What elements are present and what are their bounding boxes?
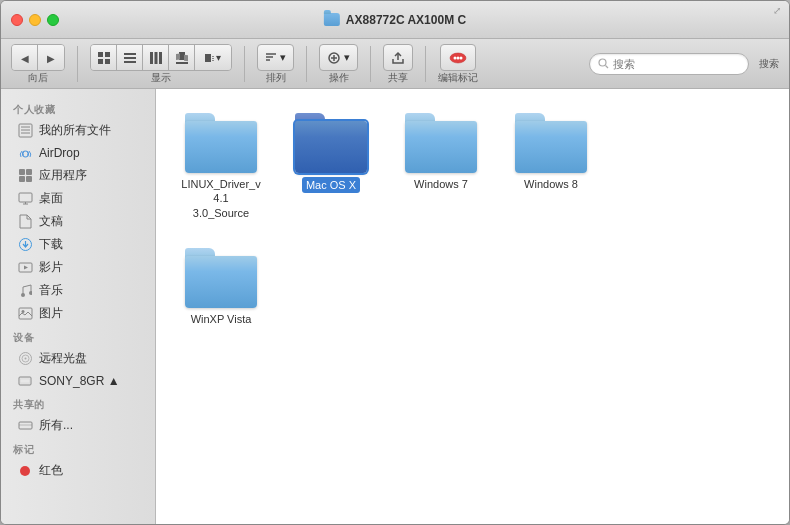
file-label-macosx: Mac OS X [302,177,360,193]
icon-view-button[interactable] [91,45,117,70]
sidebar-item-red-tag[interactable]: 红色 [5,459,151,482]
sidebar-item-remote-disk[interactable]: 远程光盘 [5,347,151,370]
svg-point-50 [24,358,26,360]
sidebar-item-documents[interactable]: 文稿 [5,210,151,233]
red-tag-icon [17,463,33,479]
devices-header: 设备 [1,325,155,347]
separator-3 [306,46,307,82]
sidebar-item-apps[interactable]: 应用程序 [5,164,151,187]
sidebar-label-airdrop: AirDrop [39,146,80,160]
sidebar-item-all-files[interactable]: 我的所有文件 [5,119,151,142]
sidebar-item-music[interactable]: 音乐 [5,279,151,302]
traffic-lights [11,14,59,26]
file-label-winxp: WinXP Vista [191,312,252,326]
arrange-button[interactable]: ▾ [195,45,231,70]
svg-point-44 [21,293,25,297]
window-title: AX88772C AX100M C [346,13,466,27]
sidebar-item-desktop[interactable]: 桌面 [5,187,151,210]
file-item-winxp[interactable]: WinXP Vista [176,244,266,330]
edit-tag-label: 编辑标记 [438,71,478,85]
separator-5 [425,46,426,82]
sort-button[interactable]: ▾ [257,44,294,71]
back-label: 向后 [28,71,48,85]
sidebar-label-all-files: 我的所有文件 [39,122,111,139]
svg-rect-36 [26,169,32,175]
svg-rect-3 [105,59,110,64]
sidebar-item-pictures[interactable]: 图片 [5,302,151,325]
folder-icon-linux [185,113,257,173]
back-button[interactable]: ◀ [12,45,38,71]
display-section: ▾ 显示 [90,39,232,88]
toolbar: ◀ ▶ 向后 ▾ [1,39,789,89]
airdrop-icon [17,145,33,161]
edit-tag-section: 编辑标记 [438,39,478,88]
svg-rect-1 [105,52,110,57]
close-button[interactable] [11,14,23,26]
sidebar-label-documents: 文稿 [39,213,63,230]
search-label: 搜索 [759,57,779,71]
svg-rect-15 [212,56,214,57]
svg-rect-35 [19,169,25,175]
file-item-linux-driver[interactable]: LINUX_Driver_v4.13.0_Source [176,109,266,224]
tags-header: 标记 [1,437,155,459]
file-item-windows7[interactable]: Windows 7 [396,109,486,224]
svg-rect-37 [19,176,25,182]
coverflow-view-button[interactable] [169,45,195,70]
maximize-button[interactable] [47,14,59,26]
desktop-icon [17,191,33,207]
sidebar-item-movies[interactable]: 影片 [5,256,151,279]
svg-rect-16 [212,58,214,59]
sidebar-item-downloads[interactable]: 下载 [5,233,151,256]
apps-icon [17,168,33,184]
display-label: 显示 [151,71,171,85]
remote-disk-icon [17,351,33,367]
zoom-icon[interactable]: ⤢ [773,5,781,16]
separator-2 [244,46,245,82]
file-label-windows8: Windows 8 [524,177,578,191]
list-view-button[interactable] [117,45,143,70]
file-label-windows7: Windows 7 [414,177,468,191]
forward-button[interactable]: ▶ [38,45,64,71]
folder-icon-winxp [185,248,257,308]
search-input[interactable] [613,58,740,70]
svg-rect-12 [184,54,188,60]
action-button[interactable]: ▾ [319,44,358,71]
file-item-windows8[interactable]: Windows 8 [506,109,596,224]
pictures-icon [17,306,33,322]
file-item-macosx[interactable]: Mac OS X [286,109,376,224]
svg-rect-38 [26,176,32,182]
sidebar-item-airdrop[interactable]: AirDrop [5,142,151,164]
shared-header: 共享的 [1,392,155,414]
svg-point-28 [599,59,606,66]
share-section: 共享 [383,39,413,88]
search-box [589,53,749,75]
title-bar: AX88772C AX100M C ⤢ [1,1,789,39]
movies-icon [17,260,33,276]
svg-rect-14 [205,54,211,62]
sidebar-item-sony[interactable]: SONY_8GR ▲ [5,370,151,392]
sidebar-item-shared-all[interactable]: 所有... [5,414,151,437]
svg-point-27 [460,56,463,59]
column-view-button[interactable] [143,45,169,70]
svg-rect-6 [124,61,136,63]
sidebar-label-desktop: 桌面 [39,190,63,207]
svg-rect-13 [176,62,188,64]
svg-rect-17 [212,60,214,61]
separator-1 [77,46,78,82]
sidebar-label-apps: 应用程序 [39,167,87,184]
edit-tag-button[interactable] [440,44,476,71]
sony-drive-icon [17,373,33,389]
personal-header: 个人收藏 [1,97,155,119]
share-button[interactable] [383,44,413,71]
action-section: ▾ 操作 [319,39,358,88]
svg-point-25 [454,56,457,59]
svg-point-26 [457,56,460,59]
svg-rect-11 [176,53,180,59]
file-browser: LINUX_Driver_v4.13.0_Source Mac OS X Win… [156,89,789,524]
folder-icon-windows8 [515,113,587,173]
minimize-button[interactable] [29,14,41,26]
view-buttons: ▾ [90,44,232,71]
svg-rect-52 [20,379,30,383]
nav-buttons: ◀ ▶ [11,44,65,71]
sidebar-label-remote-disk: 远程光盘 [39,350,87,367]
